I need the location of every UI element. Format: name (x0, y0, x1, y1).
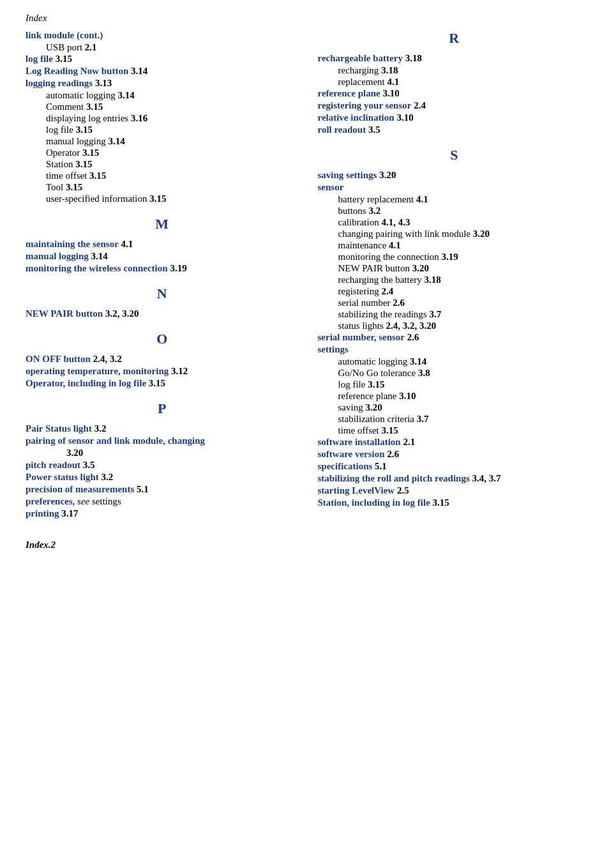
page-header: Index (26, 13, 590, 24)
stabilization-criteria-sub: stabilization criteria 3.7 (338, 414, 591, 425)
comment-sub: Comment 3.15 (46, 102, 299, 112)
go-no-go-sub: Go/No Go tolerance 3.8 (338, 368, 591, 379)
log-file-settings-sub: log file 3.15 (338, 379, 591, 390)
status-lights-sub: status lights 2.4, 3.2, 3.20 (338, 321, 591, 331)
registering-sensor-entry: registering your sensor 2.4 (318, 100, 591, 111)
section-s-header: S (318, 147, 591, 163)
right-column: R rechargeable battery 3.18 recharging 3… (318, 30, 591, 520)
operator-log-entry: Operator, including in log file 3.15 (26, 378, 299, 389)
station-sub: Station 3.15 (46, 159, 299, 170)
link-module-cont-heading: link module (cont.) (26, 30, 299, 41)
section-m-header: M (26, 216, 299, 232)
auto-logging-sub: automatic logging 3.14 (46, 90, 299, 101)
preferences-entry: preferences, see settings (26, 496, 299, 507)
station-log-file-entry: Station, including in log file 3.15 (318, 497, 591, 508)
monitoring-connection-sub: monitoring the connection 3.19 (338, 252, 591, 262)
time-offset-sub: time offset 3.15 (46, 170, 299, 181)
tool-sub: Tool 3.15 (46, 182, 299, 193)
relative-inclination-entry: relative inclination 3.10 (318, 112, 591, 123)
maintenance-sub: maintenance 4.1 (338, 240, 591, 251)
section-p-header: P (26, 400, 299, 417)
pitch-readout-entry: pitch readout 3.5 (26, 460, 299, 471)
software-installation-entry: software installation 2.1 (318, 437, 591, 448)
software-version-entry: software version 2.6 (318, 449, 591, 460)
reference-plane-settings-sub: reference plane 3.10 (338, 391, 591, 402)
operator-sub: Operator 3.15 (46, 147, 299, 158)
power-status-light-entry: Power status light 3.2 (26, 472, 299, 483)
precision-measurements-entry: precision of measurements 5.1 (26, 484, 299, 495)
registering-sub: registering 2.4 (338, 286, 591, 297)
manual-logging-sub: manual logging 3.14 (46, 136, 299, 147)
starting-levelview-entry: starting LevelView 2.5 (318, 485, 591, 496)
usb-port-entry: USB port 2.1 (46, 42, 299, 53)
left-column: link module (cont.) USB port 2.1 log fil… (26, 30, 299, 520)
calibration-sub: calibration 4.1, 4.3 (338, 217, 591, 228)
saving-settings-entry: saving settings 3.20 (318, 170, 591, 181)
page-footer: Index.2 (26, 540, 590, 550)
serial-number-sensor-entry: serial number, sensor 2.6 (318, 332, 591, 343)
saving-settings-sub: saving 3.20 (338, 402, 591, 413)
buttons-sub: buttons 3.2 (338, 206, 591, 216)
user-specified-sub: user-specified information 3.15 (46, 193, 299, 204)
new-pair-button-sub: NEW PAIR button 3.20 (338, 263, 591, 274)
section-r-header: R (318, 30, 591, 47)
pairing-sensor-entry: pairing of sensor and link module, chang… (26, 435, 299, 446)
changing-pairing-sub: changing pairing with link module 3.20 (338, 229, 591, 239)
new-pair-entry: NEW PAIR button 3.2, 3.20 (26, 308, 299, 319)
reference-plane-entry: reference plane 3.10 (318, 88, 591, 99)
pairing-sensor-number: 3.20 (66, 448, 299, 458)
time-offset-settings-sub: time offset 3.15 (338, 425, 591, 436)
auto-logging-settings-sub: automatic logging 3.14 (338, 356, 591, 367)
log-reading-now-entry: Log Reading Now button 3.14 (26, 66, 299, 77)
displaying-log-entries-sub: displaying log entries 3.16 (46, 113, 299, 124)
monitoring-wireless-entry: monitoring the wireless connection 3.19 (26, 263, 299, 274)
manual-logging-entry: manual logging 3.14 (26, 251, 299, 262)
settings-heading-entry: settings (318, 344, 591, 355)
operating-temp-entry: operating temperature, monitoring 3.12 (26, 366, 299, 377)
stabilizing-roll-pitch-entry: stabilizing the roll and pitch readings … (318, 473, 591, 484)
sensor-heading-entry: sensor (318, 182, 591, 193)
rechargeable-battery-entry: rechargeable battery 3.18 (318, 53, 591, 64)
maintaining-sensor-entry: maintaining the sensor 4.1 (26, 239, 299, 250)
battery-replacement-sub: battery replacement 4.1 (338, 194, 591, 205)
serial-number-sub: serial number 2.6 (338, 298, 591, 308)
roll-readout-entry: roll readout 3.5 (318, 125, 591, 135)
section-n-header: N (26, 285, 299, 302)
on-off-button-entry: ON OFF button 2.4, 3.2 (26, 354, 299, 365)
log-file-entry: log file 3.15 (26, 54, 299, 64)
stabilizing-readings-sub: stabilizing the readings 3.7 (338, 309, 591, 320)
specifications-entry: specifications 5.1 (318, 461, 591, 472)
recharging-battery-sub: recharging the battery 3.18 (338, 275, 591, 285)
logging-readings-entry: logging readings 3.13 (26, 78, 299, 89)
section-o-header: O (26, 331, 299, 347)
replacement-sub: replacement 4.1 (338, 77, 591, 87)
log-file-sub: log file 3.15 (46, 125, 299, 135)
recharging-sub: recharging 3.18 (338, 65, 591, 76)
pair-status-light-entry: Pair Status light 3.2 (26, 423, 299, 434)
printing-entry: printing 3.17 (26, 508, 299, 519)
